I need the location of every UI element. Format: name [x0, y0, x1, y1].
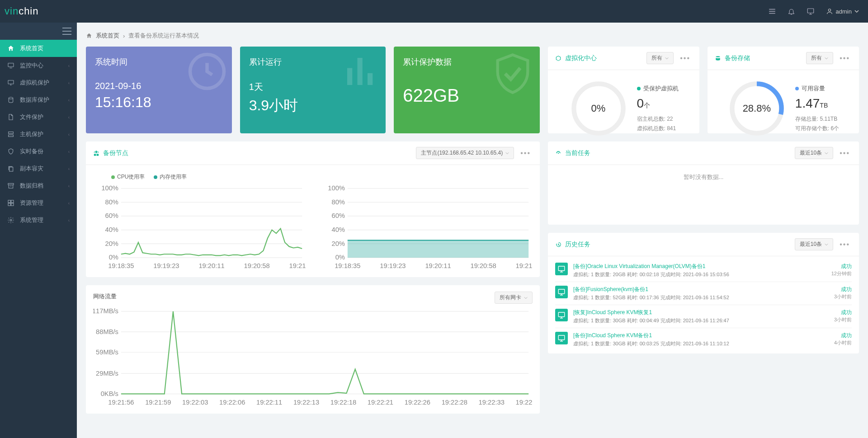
- bn-dropdown[interactable]: 主节点(192.168.65.42 10.10.65.4): [416, 147, 514, 159]
- svg-text:60%: 60%: [105, 212, 118, 219]
- legend-cpu: CPU使用率: [117, 173, 145, 181]
- list-icon[interactable]: [768, 7, 776, 15]
- svg-text:19:21:59: 19:21:59: [145, 399, 171, 406]
- cube-icon: [555, 55, 561, 61]
- chevron-down-icon: [825, 151, 828, 155]
- task-status: 成功: [834, 309, 852, 316]
- svg-point-1: [828, 9, 830, 11]
- menu-toggle[interactable]: [0, 23, 77, 40]
- chevron-down-icon: [825, 57, 828, 60]
- resource-icon: [7, 199, 15, 207]
- task-item[interactable]: [恢复]InCloud Sphere KVM恢复1 虚拟机: 1 数据量: 30…: [555, 305, 852, 328]
- chevron-left-icon: ‹: [68, 115, 70, 120]
- bell-icon[interactable]: [788, 8, 795, 15]
- svg-text:80%: 80%: [331, 198, 344, 206]
- svg-text:19:22:26: 19:22:26: [405, 399, 430, 406]
- chevron-left-icon: ‹: [68, 166, 70, 171]
- sidebar-item-1[interactable]: 监控中心‹: [0, 57, 77, 74]
- shield-icon: [7, 148, 15, 155]
- monitor-icon: [7, 62, 15, 69]
- task-item[interactable]: [备份]InCloud Sphere KVM备份1 虚拟机: 1 数据量: 30…: [555, 328, 852, 351]
- bs-dropdown[interactable]: 所有: [806, 52, 833, 64]
- vc-more[interactable]: •••: [678, 54, 692, 62]
- ct-more[interactable]: •••: [838, 149, 852, 157]
- svg-text:19:20:58: 19:20:58: [244, 262, 269, 269]
- svg-text:19:22:13: 19:22:13: [293, 399, 319, 406]
- task-icon: [555, 332, 568, 344]
- task-item[interactable]: [备份]Oracle Linux Virtualization Manager(…: [555, 259, 852, 282]
- task-time: 4小时前: [834, 339, 852, 346]
- sidebar-label: 系统首页: [20, 44, 43, 52]
- sidebar-item-2[interactable]: 虚拟机保护‹: [0, 74, 77, 91]
- sidebar-label: 虚拟机保护: [20, 79, 49, 87]
- ht-more[interactable]: •••: [838, 240, 852, 249]
- vc-dropdown[interactable]: 所有: [646, 52, 674, 64]
- bs-more[interactable]: •••: [838, 54, 852, 62]
- svg-text:40%: 40%: [105, 226, 118, 233]
- svg-text:29MB/s: 29MB/s: [96, 370, 118, 377]
- stat-time-clock: 15:16:18: [95, 94, 223, 111]
- svg-rect-3: [8, 80, 14, 84]
- bs-sub2: 可用存储个数: 6个: [795, 125, 839, 132]
- chevron-left-icon: ‹: [68, 201, 70, 206]
- svg-text:19:19:23: 19:19:23: [153, 262, 179, 269]
- ct-dropdown[interactable]: 最近10条: [795, 147, 833, 159]
- task-icon: [555, 263, 568, 275]
- ht-dropdown[interactable]: 最近10条: [795, 238, 833, 250]
- shield-check-icon: [490, 51, 535, 96]
- task-detail: 虚拟机: 1 数据量: 30GB 耗时: 00:03:25 完成时间: 2021…: [573, 340, 829, 347]
- svg-text:60%: 60%: [331, 212, 344, 219]
- sidebar-label: 监控中心: [20, 61, 43, 70]
- sidebar-item-4[interactable]: 文件保护‹: [0, 108, 77, 126]
- stat-uptime-hours: 3.9小时: [249, 96, 377, 116]
- bn-title: 备份节点: [103, 149, 128, 157]
- sidebar-item-5[interactable]: 主机保护‹: [0, 126, 77, 143]
- svg-rect-11: [8, 203, 10, 206]
- desktop-icon: [7, 79, 15, 86]
- sidebar-item-10[interactable]: 系统管理‹: [0, 212, 77, 229]
- chevron-down-icon: [665, 57, 669, 60]
- breadcrumb-root[interactable]: 系统首页: [96, 32, 119, 40]
- home-icon: [86, 33, 92, 39]
- user-menu[interactable]: admin: [826, 8, 859, 15]
- home-icon: [7, 45, 15, 52]
- bs-legend: 可用容量: [802, 85, 825, 92]
- breadcrumb-page: 查看备份系统运行基本情况: [128, 32, 199, 40]
- sidebar-item-3[interactable]: 数据库保护‹: [0, 91, 77, 108]
- sidebar-label: 数据库保护: [20, 96, 49, 104]
- svg-rect-75: [558, 289, 565, 294]
- svg-text:19:20:58: 19:20:58: [470, 262, 496, 269]
- vc-legend: 受保护虚拟机: [643, 85, 679, 92]
- svg-text:19:21:46: 19:21:46: [516, 262, 533, 269]
- task-item[interactable]: [备份]FusionSphere(kvm)备份1 虚拟机: 1 数据量: 52G…: [555, 282, 852, 305]
- stat-card-data: 累计保护数据 622GB: [394, 47, 540, 133]
- svg-rect-7: [9, 167, 13, 171]
- net-title: 网络流量: [93, 292, 117, 301]
- sidebar-item-8[interactable]: 数据归档‹: [0, 177, 77, 194]
- task-detail: 虚拟机: 1 数据量: 30GB 耗时: 00:04:49 完成时间: 2021…: [573, 317, 829, 324]
- logo[interactable]: vinchin: [5, 5, 77, 17]
- vc-sub2: 虚拟机总数: 841: [637, 125, 679, 132]
- net-dropdown[interactable]: 所有网卡: [495, 292, 533, 304]
- vc-value: 0: [637, 96, 644, 110]
- task-status: 成功: [831, 263, 852, 270]
- chevron-left-icon: ‹: [68, 80, 70, 85]
- svg-point-4: [9, 97, 13, 99]
- breadcrumb: 系统首页 › 查看备份系统运行基本情况: [86, 23, 859, 47]
- svg-text:19:22:06: 19:22:06: [219, 399, 245, 406]
- task-status: 成功: [834, 286, 852, 293]
- sidebar-item-9[interactable]: 资源管理‹: [0, 194, 77, 212]
- chevron-left-icon: ‹: [68, 149, 70, 154]
- svg-text:59MB/s: 59MB/s: [96, 349, 118, 356]
- bn-more[interactable]: •••: [519, 149, 533, 157]
- sidebar-item-0[interactable]: 系统首页: [0, 40, 77, 57]
- bs-pct: 28.8%: [743, 103, 771, 114]
- sidebar-label: 资源管理: [20, 199, 43, 207]
- sidebar-item-6[interactable]: 实时备份‹: [0, 143, 77, 160]
- chevron-left-icon: ‹: [68, 98, 70, 103]
- logo-post: chin: [19, 5, 38, 17]
- history-icon: [555, 241, 561, 248]
- sidebar-item-7[interactable]: 副本容灾‹: [0, 160, 77, 177]
- monitor-icon[interactable]: [807, 7, 815, 15]
- archive-icon: [7, 182, 15, 189]
